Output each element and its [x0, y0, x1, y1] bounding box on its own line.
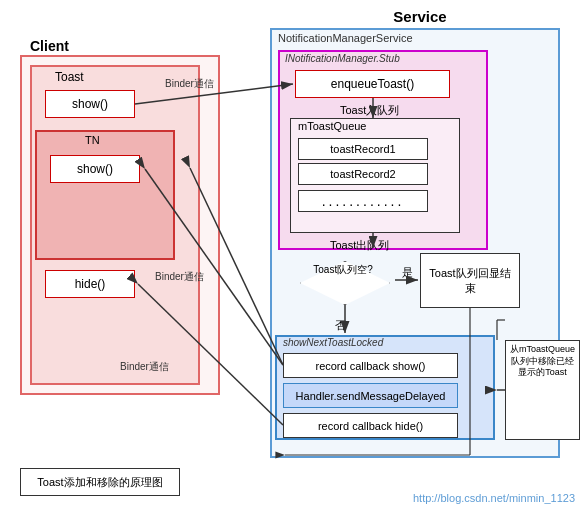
watermark: http://blog.csdn.net/minmin_1123: [413, 492, 575, 504]
diagram: Service Client Toast show() TN show() hi…: [0, 0, 585, 514]
handler-box: Handler.sendMessageDelayed: [283, 383, 458, 408]
toast-dequeue-label: Toast出队列: [330, 238, 389, 253]
service-title: Service: [290, 8, 550, 25]
no-label: 否: [335, 318, 346, 333]
bottom-label: Toast添加和移除的原理图: [20, 468, 180, 496]
show-next-label: showNextToastLocked: [283, 337, 383, 348]
tn-box: [35, 130, 175, 260]
toast-queue-end-box: Toast队列回显结束: [420, 253, 520, 308]
tn-label: TN: [85, 134, 100, 146]
right-info-box: 从mToastQueue队列中移除已经显示的Toast: [505, 340, 580, 440]
record-hide-box: record callback hide(): [283, 413, 458, 438]
stub-label: INotificationManager.Stub: [285, 53, 400, 64]
enqueue-box: enqueueToast(): [295, 70, 450, 98]
client-label: Client: [30, 38, 69, 54]
hide-button: hide(): [45, 270, 135, 298]
diamond-container: [295, 258, 395, 308]
toast-record2: toastRecord2: [298, 163, 428, 185]
toast-label: Toast: [55, 70, 84, 84]
toast-record-dots: ............: [298, 190, 428, 212]
show-inner-button: show(): [50, 155, 140, 183]
toast-record1: toastRecord1: [298, 138, 428, 160]
diamond-shape: [300, 261, 390, 305]
nms-label: NotificationManagerService: [278, 32, 413, 44]
record-show-box: record callback show(): [283, 353, 458, 378]
toast-enqueue-label: Toast入队列: [340, 103, 399, 118]
mtoastqueue-label: mToastQueue: [298, 120, 366, 132]
yes-label: 是: [402, 265, 413, 280]
show-outer-button: show(): [45, 90, 135, 118]
